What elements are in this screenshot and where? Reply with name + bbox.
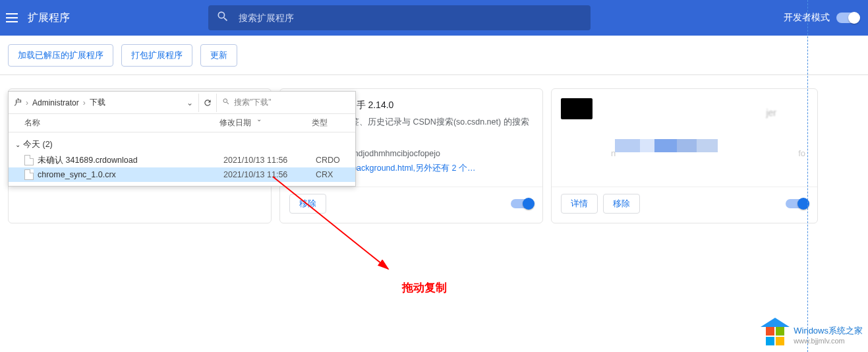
sort-indicator-icon: ⌄: [256, 115, 262, 123]
search-icon: [216, 10, 229, 26]
annotation-text: 拖动复制: [402, 280, 447, 295]
update-button[interactable]: 更新: [200, 44, 237, 67]
watermark-logo: Windows系统之家 www.bjjmlv.com: [762, 322, 863, 348]
column-date[interactable]: 修改日期 ⌄: [219, 117, 312, 129]
group-today[interactable]: ⌄ 今天 (2): [9, 136, 355, 153]
pack-extension-button[interactable]: 打包扩展程序: [121, 44, 192, 67]
file-icon: [24, 155, 34, 165]
column-type[interactable]: 类型: [312, 117, 351, 129]
chevron-right-icon: ›: [83, 98, 86, 107]
remove-button[interactable]: 移除: [603, 194, 640, 214]
chevron-down-icon[interactable]: ⌄: [187, 98, 193, 107]
search-bar[interactable]: [208, 5, 591, 30]
search-icon: [222, 98, 230, 107]
breadcrumb[interactable]: 户 › Administrator › 下载 ⌄: [9, 97, 198, 108]
column-headers: 名称 修改日期 ⌄ 类型: [9, 114, 355, 132]
explorer-search[interactable]: 搜索"下载": [217, 97, 355, 108]
file-row[interactable]: 未确认 341689.crdownload 2021/10/13 11:56 C…: [9, 153, 355, 167]
file-icon: [24, 169, 34, 180]
extension-card-3: jer n fo 详情 移除: [551, 88, 818, 223]
extension-toggle[interactable]: [511, 199, 533, 208]
mosaic-bar: [615, 139, 807, 152]
header-bar: 扩展程序 开发者模式: [0, 0, 868, 36]
refresh-button[interactable]: [198, 94, 217, 112]
developer-mode-label: 开发者模式: [784, 12, 830, 24]
column-name[interactable]: 名称: [9, 117, 219, 129]
load-unpacked-button[interactable]: 加载已解压的扩展程序: [8, 44, 113, 67]
file-explorer: 户 › Administrator › 下载 ⌄ 搜索"下载" 名称 修改日期 …: [8, 91, 356, 187]
chevron-down-icon: ⌄: [15, 141, 20, 148]
remove-button[interactable]: 移除: [289, 194, 326, 214]
details-button[interactable]: 详情: [561, 194, 598, 214]
extension-toggle[interactable]: [786, 199, 808, 208]
file-row[interactable]: chrome_sync_1.0.crx 2021/10/13 11:56 CRX: [9, 167, 355, 182]
search-input[interactable]: [239, 13, 583, 23]
developer-mode-toggle[interactable]: [836, 13, 859, 23]
developer-mode: 开发者模式: [784, 12, 859, 24]
menu-icon[interactable]: [3, 9, 21, 27]
page-title: 扩展程序: [28, 11, 70, 25]
chevron-right-icon: ›: [26, 98, 28, 107]
toolbar: 加载已解压的扩展程序 打包扩展程序 更新: [0, 36, 868, 75]
guide-line: [807, 0, 808, 352]
house-icon: [762, 322, 788, 348]
